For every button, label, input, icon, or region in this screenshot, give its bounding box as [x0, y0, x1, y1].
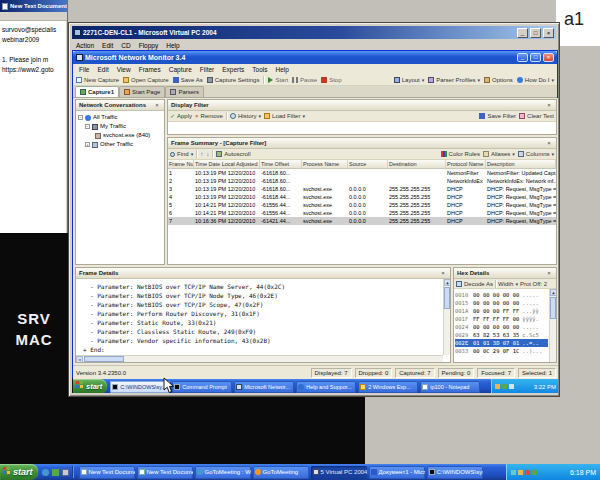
tree-item-my-traffic[interactable]: −My Traffic	[76, 122, 164, 131]
quick-launch-ie-icon[interactable]	[42, 469, 49, 476]
columns-button[interactable]: Columns▾	[518, 151, 554, 157]
column-header[interactable]: Time Date Local Adjusted	[194, 160, 260, 168]
tree-item-svchost[interactable]: svchost.exe (840)	[76, 131, 164, 140]
width-button[interactable]: Width▾	[498, 281, 518, 287]
host-start-button[interactable]: start	[0, 464, 38, 480]
capture-settings-button[interactable]: Capture Settings	[207, 77, 260, 83]
frame-row[interactable]: 1 10:13:19 PM 12/20/2010 -61618.60... Ne…	[168, 169, 556, 177]
show-desktop-icon[interactable]	[62, 469, 69, 476]
netmon-menu-item[interactable]: Tools	[248, 66, 271, 73]
scroll-up-icon[interactable]: ▲	[444, 279, 450, 286]
column-header[interactable]: Destination	[388, 160, 446, 168]
vpc-minimize-button[interactable]: _	[517, 28, 528, 38]
netmon-menu-item[interactable]: Frames	[135, 66, 165, 73]
hex-line[interactable]: 0015 00 00 00 00 00 .....	[455, 299, 548, 307]
scrollbar-thumb[interactable]	[444, 287, 450, 309]
tab-capture1[interactable]: Capture1	[75, 86, 119, 97]
tree-item-other-traffic[interactable]: +Other Traffic	[76, 140, 164, 149]
tray-icon-1[interactable]	[511, 470, 516, 475]
frame-detail-line[interactable]: - Parameter: NetBIOS over TCP/IP Scope, …	[76, 300, 442, 309]
save-as-button[interactable]: Save As	[173, 77, 203, 83]
tray-icon-3[interactable]	[509, 384, 514, 389]
quick-launch-icon-2[interactable]	[52, 469, 59, 476]
close-panel-icon[interactable]: ×	[545, 102, 553, 108]
tab-start-page[interactable]: Start Page	[119, 86, 165, 97]
expand-icon[interactable]: +	[85, 142, 90, 147]
vm-taskbar-button[interactable]: C:\WINDOWS\sy...	[110, 381, 170, 393]
notepad-text-area[interactable]: survovo@specialiswebinar20091. Please jo…	[0, 21, 66, 233]
netmon-minimize-button[interactable]: _	[517, 53, 528, 62]
netmon-menu-item[interactable]: Help	[272, 66, 293, 73]
netmon-menu-item[interactable]: Capture	[165, 66, 196, 73]
hex-line[interactable]: 0033 00 0C 29 0F 1C ..)...	[455, 347, 548, 355]
vm-taskbar-button[interactable]: Command Prompt	[172, 381, 232, 393]
clear-text-button[interactable]: Clear Text	[519, 113, 554, 119]
close-panel-icon[interactable]: ×	[439, 270, 447, 276]
move-down-button[interactable]: ↓	[206, 151, 209, 157]
column-header[interactable]: Source	[348, 160, 388, 168]
frame-row[interactable]: 6 10:14:21 PM 12/20/2010 -61556.44... sv…	[168, 209, 556, 217]
vpc-menu-item[interactable]: Action	[72, 42, 98, 49]
host-taskbar-button[interactable]: 5 Virtual PC 2004	[311, 466, 367, 479]
tray-icon-2[interactable]	[518, 470, 523, 475]
vm-start-button[interactable]: start	[73, 379, 107, 393]
layout-button[interactable]: Layout▾	[394, 77, 425, 83]
frame-row[interactable]: 5 10:14:21 PM 12/20/2010 -61556.44... sv…	[168, 201, 556, 209]
tab-parsers[interactable]: Parsers	[165, 86, 204, 97]
decode-as-button[interactable]: Decode As	[456, 281, 493, 287]
stop-capture-button[interactable]: Stop	[321, 77, 341, 83]
close-panel-icon[interactable]: ×	[545, 140, 553, 146]
tray-icon-2[interactable]	[502, 384, 507, 389]
vertical-scrollbar[interactable]: ▲	[549, 289, 556, 362]
vpc-menu-item[interactable]: Edit	[98, 42, 117, 49]
vpc-menu-item[interactable]: CD	[117, 42, 134, 49]
remove-filter-button[interactable]: ×Remove	[195, 113, 223, 119]
load-filter-button[interactable]: Load Filter▾	[264, 113, 305, 119]
start-capture-button[interactable]: Start	[268, 77, 288, 83]
netmon-menu-item[interactable]: Edit	[93, 66, 112, 73]
netmon-menu-item[interactable]: Experts	[218, 66, 248, 73]
vpc-menu-item[interactable]: Floppy	[135, 42, 163, 49]
netmon-title-bar[interactable]: Microsoft Network Monitor 3.4 _ □ ×	[73, 51, 557, 64]
frame-row[interactable]: 2 10:13:19 PM 12/20/2010 -61618.60... Ne…	[168, 177, 556, 185]
frame-details-body[interactable]: - Parameter: NetBIOS over TCP/IP Name Se…	[76, 279, 450, 362]
vpc-maximize-button[interactable]: □	[530, 28, 541, 38]
frame-row[interactable]: 7 10:16:36 PM 12/20/2010 -61421.44... sv…	[168, 217, 556, 225]
host-taskbar-button[interactable]: Документ1 - Micro...	[369, 466, 425, 479]
host-taskbar-button[interactable]: GoToMeeting : Web...	[195, 466, 251, 479]
column-header[interactable]: Protocol Name	[446, 160, 486, 168]
color-rules-button[interactable]: Color Rules	[441, 151, 480, 157]
vpc-close-button[interactable]: ×	[543, 28, 554, 38]
vertical-scrollbar[interactable]: ▲	[443, 279, 450, 355]
history-button[interactable]: History▾	[230, 113, 261, 119]
hex-line[interactable]: 0010 00 00 00 00 00 .....	[455, 291, 548, 299]
collapse-icon[interactable]: −	[85, 124, 90, 129]
hex-line[interactable]: 001A 00 00 00 FF FF ...ÿÿ	[455, 307, 548, 315]
netmon-menu-item[interactable]: Filter	[196, 66, 218, 73]
parser-profiles-button[interactable]: Parser Profiles▾	[428, 77, 480, 83]
apply-filter-button[interactable]: ✓Apply	[170, 113, 192, 119]
hex-line[interactable]: 001F FF FF FF FF 00 ÿÿÿÿ.	[455, 315, 548, 323]
frame-detail-line[interactable]: - Parameter: Vendor specific information…	[76, 336, 442, 345]
open-capture-button[interactable]: Open Capture	[123, 77, 169, 83]
frame-detail-line[interactable]: - Parameter: Perform Router Discovery, 3…	[76, 309, 442, 318]
frame-detail-line[interactable]: - Parameter: NetBIOS over TCP/IP Node Ty…	[76, 291, 442, 300]
how-do-i-button[interactable]: How Do I▾	[517, 77, 554, 83]
frame-detail-line[interactable]: - Parameter: Static Route, 33(0x21)	[76, 318, 442, 327]
frame-detail-line[interactable]: + End:	[76, 345, 442, 354]
column-header[interactable]: Description	[486, 160, 556, 168]
collapse-icon[interactable]: −	[78, 115, 83, 120]
column-header[interactable]: Frame Number	[168, 160, 194, 168]
vm-taskbar-button[interactable]: 2 Windows Exp...	[358, 381, 418, 393]
save-filter-button[interactable]: Save Filter	[479, 113, 516, 119]
close-panel-icon[interactable]: ×	[545, 270, 553, 276]
horizontal-scrollbar[interactable]: ◄	[76, 355, 443, 362]
vm-taskbar-button[interactable]: Microsoft Networ...	[234, 381, 294, 393]
move-up-button[interactable]: ↑	[200, 151, 203, 157]
frame-detail-line[interactable]: - Parameter: NetBIOS over TCP/IP Name Se…	[76, 282, 442, 291]
scrollbar-thumb[interactable]	[84, 356, 124, 362]
vm-taskbar-button[interactable]: Help and Suppor...	[296, 381, 356, 393]
column-header[interactable]: Process Name	[302, 160, 348, 168]
options-button[interactable]: Options	[484, 77, 513, 83]
host-taskbar-button[interactable]: GoToMeeting	[253, 466, 309, 479]
